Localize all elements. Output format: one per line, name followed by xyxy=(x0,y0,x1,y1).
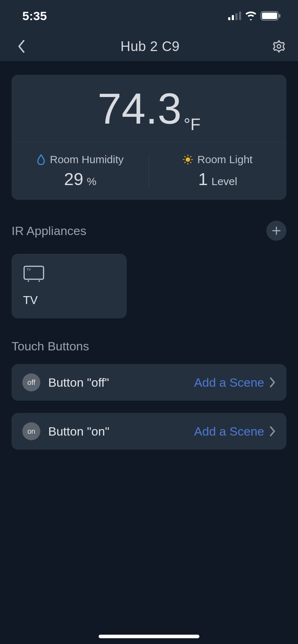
svg-rect-6 xyxy=(279,14,280,18)
svg-rect-1 xyxy=(232,15,234,20)
cellular-icon xyxy=(228,12,241,20)
humidity-block: Room Humidity 29 % xyxy=(12,142,149,200)
humidity-label: Room Humidity xyxy=(50,153,123,166)
appliance-grid: TV TV xyxy=(12,254,286,318)
wifi-icon xyxy=(245,12,257,20)
svg-line-16 xyxy=(190,156,191,157)
add-scene-link[interactable]: Add a Scene xyxy=(194,424,264,438)
touch-button-list: off Button "off" Add a Scene on Button "… xyxy=(12,364,286,450)
svg-point-8 xyxy=(186,157,190,162)
off-badge: off xyxy=(22,373,40,391)
temperature-substats: Room Humidity 29 % xyxy=(12,142,286,200)
chevron-right-icon xyxy=(269,426,276,437)
page-title: Hub 2 C9 xyxy=(121,39,180,54)
temperature-value: 74.3 xyxy=(98,87,182,130)
content: 74.3 °F Room Humidity 29 % xyxy=(0,61,298,450)
svg-line-13 xyxy=(185,156,185,157)
temperature-display: 74.3 °F xyxy=(12,75,286,142)
svg-text:TV: TV xyxy=(27,268,31,271)
light-label: Room Light xyxy=(197,153,252,166)
light-suffix: Level xyxy=(211,175,237,188)
humidity-value: 29 xyxy=(64,169,83,189)
settings-button[interactable] xyxy=(270,37,288,55)
status-time: 5:35 xyxy=(22,9,47,23)
ir-appliances-title: IR Appliances xyxy=(12,224,86,238)
light-value: 1 xyxy=(198,169,208,189)
svg-line-14 xyxy=(190,162,191,163)
appliance-name: TV xyxy=(23,294,115,307)
status-icons xyxy=(228,11,281,20)
chevron-right-icon xyxy=(269,377,276,388)
chevron-left-icon xyxy=(17,40,25,53)
touch-button-off[interactable]: off Button "off" Add a Scene xyxy=(12,364,286,401)
status-bar: 5:35 xyxy=(0,0,298,32)
temperature-card[interactable]: 74.3 °F Room Humidity 29 % xyxy=(12,75,286,200)
svg-rect-2 xyxy=(235,13,238,20)
svg-rect-0 xyxy=(228,17,230,20)
sun-icon xyxy=(183,155,193,165)
battery-icon xyxy=(261,11,281,20)
nav-bar: Hub 2 C9 xyxy=(0,32,298,61)
temperature-unit: °F xyxy=(184,115,201,142)
add-appliance-button[interactable] xyxy=(266,221,286,241)
touch-button-label: Button "on" xyxy=(48,424,194,438)
light-block: Room Light 1 Level xyxy=(149,142,286,200)
svg-rect-3 xyxy=(239,12,241,20)
humidity-suffix: % xyxy=(87,175,96,188)
tv-icon: TV xyxy=(23,265,45,283)
back-button[interactable] xyxy=(12,37,30,55)
ir-appliances-header: IR Appliances xyxy=(12,221,286,241)
svg-line-15 xyxy=(185,162,185,163)
plus-icon xyxy=(272,226,281,235)
touch-button-label: Button "off" xyxy=(48,376,194,390)
on-badge: on xyxy=(22,422,40,440)
svg-rect-5 xyxy=(262,13,277,19)
touch-button-on[interactable]: on Button "on" Add a Scene xyxy=(12,413,286,450)
svg-point-7 xyxy=(277,45,281,48)
touch-buttons-title: Touch Buttons xyxy=(12,339,286,353)
home-indicator[interactable] xyxy=(99,635,199,638)
appliance-card-tv[interactable]: TV TV xyxy=(12,254,127,318)
gear-icon xyxy=(272,39,286,54)
add-scene-link[interactable]: Add a Scene xyxy=(194,376,264,390)
droplet-icon xyxy=(37,154,45,165)
